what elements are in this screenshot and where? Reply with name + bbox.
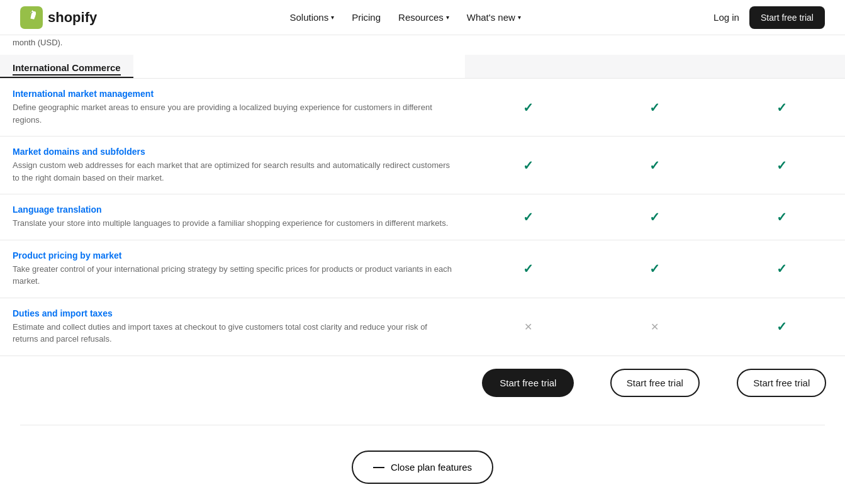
chevron-down-icon: ▾	[446, 14, 449, 21]
feature-desc-4: Estimate and collect duties and import t…	[13, 321, 452, 345]
nav-right: Log in Start free trial	[713, 6, 825, 29]
feature-desc-0: Define geographic market areas to ensure…	[13, 101, 452, 126]
check-col2-0: ✓	[591, 79, 718, 137]
cta-col2-cell: Start free trial	[591, 356, 718, 410]
feature-desc-1: Assign custom web addresses for each mar…	[13, 159, 452, 184]
chevron-down-icon: ▾	[518, 14, 521, 21]
start-free-trial-button-col3[interactable]: Start free trial	[737, 369, 826, 397]
start-free-trial-button-col2[interactable]: Start free trial	[610, 369, 700, 397]
main-content: month (USD). International Commerce Inte…	[0, 35, 845, 504]
close-plan-features-button[interactable]: — Close plan features	[352, 451, 493, 484]
month-label: month (USD).	[0, 35, 465, 55]
feature-row: Language translation Translate your stor…	[0, 194, 845, 240]
check-col1-3: ✓	[465, 240, 591, 298]
feature-cell-2: Language translation Translate your stor…	[0, 194, 465, 240]
check-col1-1: ✓	[465, 137, 591, 194]
check-col2-3: ✓	[591, 240, 718, 298]
section-header-cell: International Commerce	[0, 55, 133, 78]
check-icon: ✓	[523, 101, 534, 115]
shopify-logo-icon	[20, 6, 43, 29]
check-col2-2: ✓	[591, 194, 718, 240]
feature-desc-2: Translate your store into multiple langu…	[13, 217, 452, 230]
check-icon: ✓	[523, 262, 534, 276]
check-col3-3: ✓	[719, 240, 845, 298]
check-icon: ✓	[523, 159, 534, 172]
col1-empty	[465, 35, 591, 55]
nav-logo-text: shopify	[48, 9, 97, 26]
check-col3-1: ✓	[719, 137, 845, 194]
close-features-wrap: — Close plan features	[0, 440, 845, 505]
check-col3-4: ✓	[719, 298, 845, 356]
check-icon: ✓	[776, 101, 787, 115]
nav-logo[interactable]: shopify	[20, 6, 97, 29]
check-col2-4: ✕	[591, 298, 718, 356]
section-header-row: International Commerce	[0, 55, 845, 79]
check-icon: ✓	[649, 210, 660, 224]
feature-row: Market domains and subfolders Assign cus…	[0, 137, 845, 194]
feature-name-1: Market domains and subfolders	[13, 147, 452, 157]
cta-row: Start free trial Start free trial Start …	[0, 356, 845, 410]
feature-name-0: International market management	[13, 89, 452, 99]
feature-name-3: Product pricing by market	[13, 250, 452, 260]
nav-link-solutions[interactable]: Solutions ▾	[289, 12, 334, 23]
nav-start-free-trial-button[interactable]: Start free trial	[749, 6, 825, 29]
nav-login-link[interactable]: Log in	[713, 12, 739, 23]
pricing-table: month (USD). International Commerce Inte…	[0, 35, 845, 410]
x-icon: ✕	[651, 322, 659, 332]
feature-desc-3: Take greater control of your internation…	[13, 263, 452, 288]
nav-links: Solutions ▾ Pricing Resources ▾ What's n…	[289, 12, 520, 23]
feature-row: Duties and import taxes Estimate and col…	[0, 298, 845, 356]
check-col1-4: ✕	[465, 298, 591, 356]
navbar: shopify Solutions ▾ Pricing Resources ▾ …	[0, 0, 845, 35]
cta-col3-cell: Start free trial	[719, 356, 845, 410]
feature-cell-3: Product pricing by market Take greater c…	[0, 240, 465, 298]
cta-empty-cell	[0, 356, 465, 410]
feature-row: Product pricing by market Take greater c…	[0, 240, 845, 298]
nav-link-whats-new[interactable]: What's new ▾	[467, 12, 521, 23]
cta-col1-cell: Start free trial	[465, 356, 591, 410]
feature-cell-4: Duties and import taxes Estimate and col…	[0, 298, 465, 356]
check-icon: ✓	[776, 210, 787, 224]
start-free-trial-button-col1[interactable]: Start free trial	[482, 369, 574, 397]
check-col1-0: ✓	[465, 79, 591, 137]
check-icon: ✓	[776, 320, 787, 333]
feature-cell-0: International market management Define g…	[0, 79, 465, 137]
section-divider	[20, 425, 825, 425]
close-plan-features-label: Close plan features	[391, 462, 472, 473]
nav-link-resources[interactable]: Resources ▾	[398, 12, 449, 23]
dash-icon: —	[373, 461, 384, 474]
x-icon: ✕	[524, 322, 532, 332]
month-row: month (USD).	[0, 35, 845, 55]
check-col3-2: ✓	[719, 194, 845, 240]
check-icon: ✓	[776, 159, 787, 172]
col2-empty	[591, 35, 718, 55]
check-icon: ✓	[523, 210, 534, 224]
nav-link-pricing[interactable]: Pricing	[352, 12, 381, 23]
check-icon: ✓	[649, 101, 660, 115]
check-icon: ✓	[649, 262, 660, 276]
check-icon: ✓	[776, 262, 787, 276]
col3-empty	[719, 35, 845, 55]
feature-name-2: Language translation	[13, 204, 452, 215]
check-col2-1: ✓	[591, 137, 718, 194]
check-col3-0: ✓	[719, 79, 845, 137]
check-icon: ✓	[649, 159, 660, 172]
check-col1-2: ✓	[465, 194, 591, 240]
chevron-down-icon: ▾	[331, 14, 334, 21]
section-header-text: International Commerce	[13, 62, 121, 76]
feature-row: International market management Define g…	[0, 79, 845, 137]
feature-name-4: Duties and import taxes	[13, 308, 452, 318]
feature-cell-1: Market domains and subfolders Assign cus…	[0, 137, 465, 194]
